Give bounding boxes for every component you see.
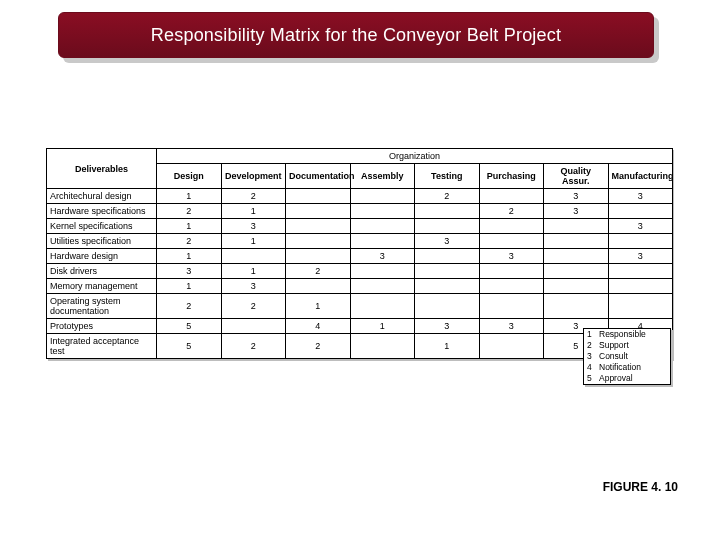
cell: 3 [479, 249, 544, 264]
cell [479, 279, 544, 294]
cell [286, 219, 351, 234]
legend-label: Notification [599, 362, 667, 373]
legend-label: Approval [599, 373, 667, 384]
cell: 3 [479, 319, 544, 334]
cell: 3 [544, 204, 609, 219]
cell: 5 [157, 319, 222, 334]
table-row: Architechural design 1 2 2 3 3 [47, 189, 673, 204]
cell [350, 219, 415, 234]
cell [350, 279, 415, 294]
cell [221, 249, 286, 264]
col-header: Manufacturing [608, 164, 673, 189]
cell: 1 [286, 294, 351, 319]
cell [350, 189, 415, 204]
col-header: Assembly [350, 164, 415, 189]
row-label: Memory management [47, 279, 157, 294]
table-row: Utilities specification 2 1 3 [47, 234, 673, 249]
cell: 1 [157, 249, 222, 264]
cell [286, 234, 351, 249]
legend-label: Responsible [599, 329, 667, 340]
cell [350, 264, 415, 279]
cell [608, 279, 673, 294]
cell: 1 [221, 204, 286, 219]
cell: 2 [415, 189, 480, 204]
cell [479, 219, 544, 234]
cell [479, 294, 544, 319]
legend-num: 2 [587, 340, 599, 351]
cell [286, 204, 351, 219]
legend-item: 2 Support [584, 340, 670, 351]
table-row: Hardware specifications 2 1 2 3 [47, 204, 673, 219]
cell [286, 189, 351, 204]
title-banner: Responsibility Matrix for the Conveyor B… [58, 12, 654, 60]
row-label: Kernel specifications [47, 219, 157, 234]
cell: 3 [221, 279, 286, 294]
legend-item: 3 Consult [584, 351, 670, 362]
row-label: Operating system documentation [47, 294, 157, 319]
cell: 3 [608, 219, 673, 234]
cell: 1 [157, 219, 222, 234]
cell [479, 234, 544, 249]
cell: 3 [221, 219, 286, 234]
cell [350, 234, 415, 249]
cell [544, 249, 609, 264]
cell: 1 [350, 319, 415, 334]
legend-num: 4 [587, 362, 599, 373]
cell: 3 [415, 234, 480, 249]
table-row: Prototypes 5 4 1 3 3 3 4 [47, 319, 673, 334]
legend-label: Consult [599, 351, 667, 362]
responsibility-matrix: Deliverables Organization Design Develop… [46, 148, 672, 359]
cell: 1 [415, 334, 480, 359]
cell: 2 [157, 204, 222, 219]
row-label: Utilities specification [47, 234, 157, 249]
row-label: Disk drivers [47, 264, 157, 279]
cell [608, 204, 673, 219]
cell: 2 [479, 204, 544, 219]
row-label: Integrated acceptance test [47, 334, 157, 359]
cell: 2 [221, 294, 286, 319]
cell [350, 204, 415, 219]
cell: 3 [350, 249, 415, 264]
row-label: Architechural design [47, 189, 157, 204]
cell [544, 279, 609, 294]
table-row: Hardware design 1 3 3 3 [47, 249, 673, 264]
col-header: Design [157, 164, 222, 189]
table-row: Operating system documentation 2 2 1 [47, 294, 673, 319]
cell [350, 334, 415, 359]
cell: 2 [286, 264, 351, 279]
cell: 2 [286, 334, 351, 359]
row-label: Prototypes [47, 319, 157, 334]
cell [544, 219, 609, 234]
cell [608, 234, 673, 249]
cell: 2 [157, 294, 222, 319]
legend-item: 5 Approval [584, 373, 670, 384]
cell [544, 294, 609, 319]
cell [544, 264, 609, 279]
legend-label: Support [599, 340, 667, 351]
table-row: Kernel specifications 1 3 3 [47, 219, 673, 234]
cell [415, 279, 480, 294]
cell [544, 234, 609, 249]
col-header: Purchasing [479, 164, 544, 189]
cell [350, 294, 415, 319]
cell [608, 294, 673, 319]
cell [479, 334, 544, 359]
col-header: Quality Assur. [544, 164, 609, 189]
legend-item: 4 Notification [584, 362, 670, 373]
cell: 3 [608, 189, 673, 204]
cell: 1 [221, 234, 286, 249]
row-label: Hardware specifications [47, 204, 157, 219]
cell [479, 264, 544, 279]
cell: 2 [221, 334, 286, 359]
legend-num: 1 [587, 329, 599, 340]
figure-label: FIGURE 4. 10 [603, 480, 678, 494]
table-row: Integrated acceptance test 5 2 2 1 5 5 [47, 334, 673, 359]
cell: 3 [157, 264, 222, 279]
col-header: Documentation [286, 164, 351, 189]
organization-header: Organization [157, 149, 673, 164]
table-row: Memory management 1 3 [47, 279, 673, 294]
legend-num: 3 [587, 351, 599, 362]
cell: 3 [608, 249, 673, 264]
cell: 1 [157, 189, 222, 204]
cell: 2 [221, 189, 286, 204]
